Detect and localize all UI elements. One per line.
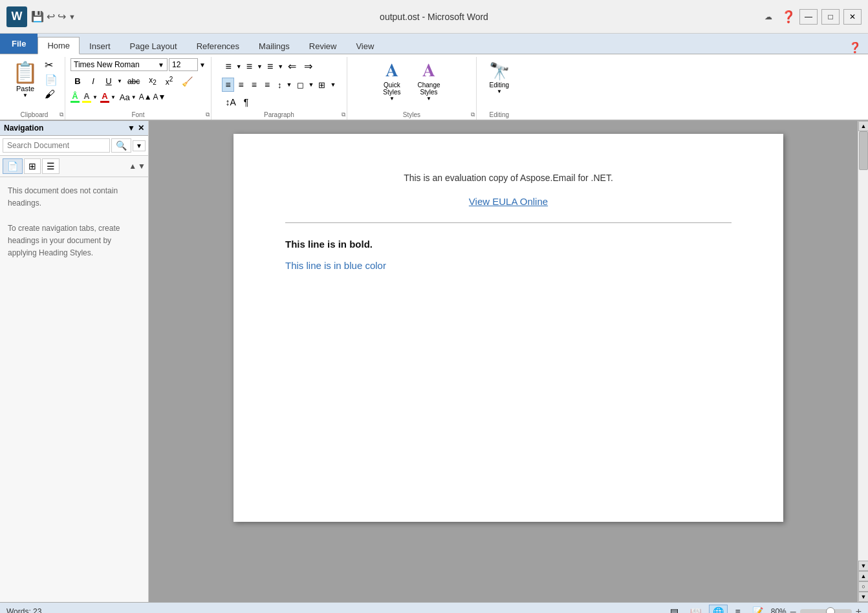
justify-button[interactable]: ≡ (261, 78, 273, 92)
increase-indent-button[interactable]: ⇒ (301, 58, 316, 74)
quick-styles-button[interactable]: 𝐀 QuickStyles ▼ (377, 58, 406, 103)
bold-line: This line is in bold. (285, 239, 732, 250)
numbering-dropdown[interactable]: ▼ (257, 63, 263, 70)
undo-button[interactable]: ↩ (47, 10, 55, 23)
save-button[interactable]: 💾 (31, 10, 44, 23)
scroll-thumb[interactable] (859, 131, 868, 170)
text-highlight-button[interactable]: Â (71, 91, 80, 103)
bold-button[interactable]: B (71, 75, 85, 87)
cut-button[interactable]: ✂ (43, 58, 60, 72)
italic-button[interactable]: I (86, 75, 100, 87)
text-highlight-color-button[interactable]: A (82, 91, 91, 103)
vertical-scrollbar[interactable]: ▲ ▼ ▲ ○ ▼ (858, 121, 868, 602)
navigation-search-dropdown[interactable]: ▼ (133, 140, 146, 151)
tab-insert[interactable]: Insert (80, 38, 120, 54)
full-reading-button[interactable]: 📖 (686, 605, 705, 614)
borders-dropdown[interactable]: ▼ (330, 81, 336, 88)
zoom-slider[interactable] (800, 609, 852, 614)
outline-button[interactable]: ≡ (732, 605, 744, 614)
nav-tab-headings[interactable]: 📄 (3, 158, 23, 174)
editing-label: Editing (477, 111, 522, 118)
text-highlight-dropdown[interactable]: ▼ (92, 94, 98, 100)
tab-review[interactable]: Review (299, 38, 347, 54)
align-left-button[interactable]: ≡ (222, 78, 233, 92)
zoom-in-button[interactable]: + (856, 606, 862, 614)
scroll-select-browse-up[interactable]: ▲ (858, 571, 868, 581)
tab-view[interactable]: View (346, 38, 384, 54)
font-name-input[interactable]: Times New Roman ▼ (71, 58, 168, 71)
help-button[interactable]: ❓ (781, 10, 796, 24)
shading-button[interactable]: ◻ (294, 78, 307, 92)
strikethrough-button[interactable]: abc (124, 76, 144, 87)
document-page: This is an evaluation copy of Aspose.Ema… (233, 134, 783, 522)
customize-quick-access-button[interactable]: ▼ (69, 13, 76, 21)
align-right-button[interactable]: ≡ (248, 78, 260, 92)
nav-next-button[interactable]: ▼ (138, 162, 146, 171)
font-group: Times New Roman ▼ 12 ▼ B I U ▼ abc x2 x2… (65, 57, 212, 120)
scroll-down-button[interactable]: ▼ (858, 561, 868, 571)
shrink-font-button[interactable]: A▼ (153, 92, 166, 102)
tab-mailings[interactable]: Mailings (249, 38, 299, 54)
bullets-dropdown[interactable]: ▼ (236, 63, 242, 70)
change-styles-button[interactable]: 𝐀 ChangeStyles ▼ (412, 58, 446, 103)
borders-button[interactable]: ⊞ (315, 78, 329, 92)
close-button[interactable]: ✕ (843, 9, 862, 25)
scroll-select-browse-object[interactable]: ○ (858, 581, 868, 592)
editing-button[interactable]: 🔭 Editing ▼ (484, 58, 514, 98)
font-expand-button[interactable]: Aa (120, 92, 130, 102)
minimize-button[interactable]: — (799, 9, 818, 25)
line-spacing-dropdown[interactable]: ▼ (287, 81, 292, 88)
font-size-input[interactable]: 12 (169, 58, 198, 71)
font-expand-icon[interactable]: ⧉ (206, 111, 210, 118)
align-center-button[interactable]: ≡ (235, 78, 247, 92)
subscript-button[interactable]: x2 (145, 74, 160, 87)
font-color-dropdown[interactable]: ▼ (111, 94, 116, 100)
line-spacing-button[interactable]: ↕ (274, 78, 285, 92)
tab-references[interactable]: References (187, 38, 249, 54)
multilevel-dropdown[interactable]: ▼ (277, 63, 283, 70)
font-color-button[interactable]: A (100, 91, 109, 103)
paragraph-expand-icon[interactable]: ⧉ (342, 111, 345, 118)
multilevel-button[interactable]: ≡ (264, 59, 276, 74)
zoom-out-button[interactable]: – (790, 606, 796, 614)
grow-font-button[interactable]: A▲ (139, 92, 152, 102)
scroll-select-browse-down[interactable]: ▼ (858, 592, 868, 602)
numbering-button[interactable]: ≡ (243, 59, 255, 74)
nav-prev-button[interactable]: ▲ (129, 162, 136, 171)
navigation-search-button[interactable]: 🔍 (111, 138, 131, 153)
font-size-dropdown[interactable]: ▼ (199, 61, 206, 69)
show-paragraph-button[interactable]: ¶ (241, 95, 252, 109)
paste-button[interactable]: 📋 Paste ▼ (9, 58, 41, 100)
tab-home[interactable]: Home (38, 37, 80, 54)
clear-format-button[interactable]: 🧹 (178, 75, 197, 88)
format-painter-button[interactable]: 🖌 (43, 88, 60, 101)
superscript-button[interactable]: x2 (162, 74, 177, 88)
navigation-pane-close[interactable]: ✕ (138, 124, 144, 133)
underline-button[interactable]: U (102, 75, 116, 87)
nav-tab-results[interactable]: ☰ (42, 158, 60, 174)
scroll-up-button[interactable]: ▲ (858, 121, 868, 131)
navigation-pane-menu[interactable]: ▼ (127, 124, 135, 133)
shading-dropdown[interactable]: ▼ (309, 81, 314, 88)
decrease-indent-button[interactable]: ⇐ (285, 58, 299, 74)
tab-page-layout[interactable]: Page Layout (120, 38, 187, 54)
web-layout-button[interactable]: 🌐 (709, 605, 728, 614)
draft-button[interactable]: 📝 (748, 605, 767, 614)
zoom-slider-thumb[interactable] (826, 607, 835, 614)
sort-button[interactable]: ↕A (222, 95, 239, 109)
styles-expand-icon[interactable]: ⧉ (471, 111, 475, 118)
copy-button[interactable]: 📄 (43, 73, 60, 87)
ribbon-help-icon[interactable]: ❓ (849, 41, 862, 54)
nav-tab-pages[interactable]: ⊞ (24, 158, 41, 174)
print-layout-button[interactable]: ▤ (666, 605, 682, 614)
underline-dropdown[interactable]: ▼ (117, 78, 122, 84)
font-expand-dropdown[interactable]: ▼ (131, 94, 136, 100)
bullets-button[interactable]: ≡ (222, 59, 234, 74)
maximize-button[interactable]: □ (821, 9, 840, 25)
redo-button[interactable]: ↪ (58, 10, 66, 23)
navigation-pane-title: Navigation (4, 124, 43, 133)
clipboard-expand-icon[interactable]: ⧉ (60, 111, 63, 118)
eula-link[interactable]: View EULA Online (285, 196, 732, 207)
navigation-search-input[interactable] (3, 138, 110, 153)
tab-file[interactable]: File (0, 33, 38, 54)
